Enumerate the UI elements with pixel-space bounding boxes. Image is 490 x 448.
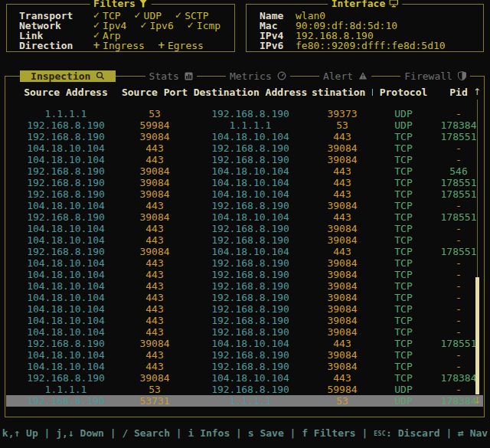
cell-pid: 546	[434, 165, 483, 177]
filter-option-ingress[interactable]: +Ingress	[93, 41, 145, 51]
column-header-source-address: Source Address	[11, 87, 120, 98]
cell-destination-address: 192.168.8.190	[189, 154, 312, 165]
cell-protocol: TCP	[373, 292, 434, 303]
cell-destination-address: 192.168.8.190	[189, 292, 312, 303]
table-row[interactable]: 192.168.8.19039084104.18.10.104443TCP178…	[6, 131, 483, 142]
cell-protocol: TCP	[373, 234, 434, 246]
cell-source-address: 192.168.8.190	[11, 246, 120, 257]
table-row[interactable]: 104.18.10.104443192.168.8.19039084TCP-	[6, 326, 483, 338]
table-row[interactable]: 104.18.10.104443192.168.8.19039084TCP-	[6, 349, 483, 361]
shortcut-key: ESC	[374, 430, 386, 437]
table-row[interactable]: 192.168.8.19039084104.18.10.104443TCP178…	[6, 372, 483, 384]
cell-destination-port: 443	[312, 372, 373, 384]
cell-destination-address: 192.168.8.190	[189, 142, 312, 154]
cell-pid: 178551	[434, 188, 483, 200]
cell-source-address: 192.168.8.190	[11, 188, 120, 200]
table-row[interactable]: 1.1.1.153192.168.8.19039373UDP-	[6, 108, 483, 119]
cell-source-address: 104.18.10.104	[11, 257, 120, 269]
tab-alert[interactable]: Alert	[319, 70, 371, 82]
table-row[interactable]: 192.168.8.19039084104.18.10.104443TCP178…	[6, 177, 483, 188]
table-row[interactable]: 1.1.1.153192.168.8.19059984UDP-	[6, 384, 483, 395]
cell-pid: 178384	[434, 119, 483, 131]
scrollbar-thumb[interactable]	[475, 277, 479, 394]
column-header-protocol: Protocol	[373, 87, 434, 98]
scrollbar-track[interactable]	[477, 100, 478, 277]
shortcut-action: Down	[74, 427, 104, 439]
cell-destination-address: 104.18.10.104	[189, 165, 312, 177]
table-row[interactable]: 104.18.10.104443192.168.8.19039084TCP-	[6, 200, 483, 211]
table-row[interactable]: 192.168.8.19039084104.18.10.104443TCP178…	[6, 188, 483, 200]
table-row[interactable]: 104.18.10.104443192.168.8.19039084TCP-	[6, 223, 483, 234]
shortcut-key: ⇄	[458, 427, 464, 439]
cell-destination-address: 104.18.10.104	[189, 188, 312, 200]
cell-destination-port: 443	[312, 338, 373, 349]
plus-icon: +	[158, 41, 165, 51]
cell-destination-port: 443	[312, 188, 373, 200]
table-row[interactable]: 104.18.10.104443192.168.8.19039084TCP-	[6, 315, 483, 326]
filters-title-text: Filters	[93, 0, 136, 9]
shortcut-separator: |	[104, 427, 122, 439]
tab-metrics[interactable]: Metrics	[226, 70, 290, 82]
cell-destination-address: 192.168.8.190	[189, 200, 312, 211]
cell-destination-address: 192.168.8.190	[189, 280, 312, 292]
table-row[interactable]: 104.18.10.104443192.168.8.19039084TCP-	[6, 142, 483, 154]
filter-option-icmp[interactable]: ✓Icmp	[187, 21, 220, 31]
tab-label: Firewall	[404, 70, 452, 82]
table-row[interactable]: 104.18.10.104443192.168.8.19039084TCP-	[6, 361, 483, 372]
cell-protocol: TCP	[373, 223, 434, 234]
table-row[interactable]: 104.18.10.104443192.168.8.19039084TCP-	[6, 257, 483, 269]
scroll-down-icon[interactable]: ↓	[472, 395, 482, 406]
table-row[interactable]: 104.18.10.104443192.168.8.19039084TCP-	[6, 303, 483, 315]
cell-source-port: 39084	[120, 165, 189, 177]
cell-source-port: 443	[120, 315, 189, 326]
cell-destination-address: 192.168.8.190	[189, 361, 312, 372]
tab-inspection[interactable]: Inspection	[20, 70, 116, 82]
tab-label: Alert	[323, 70, 353, 82]
column-header-source-port: Source Port	[120, 87, 189, 98]
tab-stats[interactable]: Stats	[145, 70, 197, 82]
interface-panel: Interface Namewlan0Mac90:09:df:8d:5d:10I…	[246, 4, 484, 52]
scroll-up-icon[interactable]: ↑	[472, 87, 482, 97]
cell-source-address: 1.1.1.1	[11, 108, 120, 119]
cell-source-port: 53731	[120, 395, 189, 407]
alert-icon	[358, 71, 368, 80]
cell-protocol: TCP	[373, 165, 434, 177]
cell-protocol: TCP	[373, 338, 434, 349]
cell-source-port: 443	[120, 257, 189, 269]
cell-destination-port: 443	[312, 177, 373, 188]
cell-protocol: TCP	[373, 142, 434, 154]
tab-firewall[interactable]: Firewall	[400, 70, 470, 82]
shortcut-discard: ESC: Discard	[374, 427, 439, 439]
checkmark-icon: ✓	[175, 11, 182, 21]
table-row[interactable]: 192.168.8.190599841.1.1.153UDP178384	[6, 119, 483, 131]
cell-destination-port: 39084	[312, 326, 373, 338]
cell-pid: -	[434, 154, 483, 165]
filter-option-ipv6[interactable]: ✓Ipv6	[139, 21, 173, 31]
cell-source-port: 443	[120, 142, 189, 154]
filter-option-egress[interactable]: +Egress	[158, 41, 204, 51]
table-row[interactable]: 104.18.10.104443192.168.8.19039084TCP-	[6, 234, 483, 246]
cell-destination-address: 192.168.8.190	[189, 384, 312, 395]
cell-source-address: 104.18.10.104	[11, 326, 120, 338]
table-row[interactable]: 192.168.8.19039084104.18.10.104443TCP178…	[6, 246, 483, 257]
shortcut-separator: |	[356, 427, 374, 439]
table-row[interactable]: 104.18.10.104443192.168.8.19039084TCP-	[6, 280, 483, 292]
shortcut-nav: ⇄ Nav	[458, 427, 488, 439]
table-row[interactable]: 192.168.8.19039084104.18.10.104443TCP546	[6, 165, 483, 177]
table-row[interactable]: 104.18.10.104443192.168.8.19039084TCP-	[6, 269, 483, 280]
table-row[interactable]: 192.168.8.19039084104.18.10.104443TCP178…	[6, 338, 483, 349]
cell-destination-port: 39084	[312, 315, 373, 326]
table-row-selected[interactable]: 192.168.8.190537311.1.1.153UDP178384	[6, 395, 483, 407]
cell-destination-port: 39084	[312, 280, 373, 292]
cell-protocol: TCP	[373, 154, 434, 165]
cell-destination-port: 59984	[312, 384, 373, 395]
cell-source-address: 104.18.10.104	[11, 292, 120, 303]
cell-destination-address: 192.168.8.190	[189, 315, 312, 326]
shortcut-action: : Discard	[386, 427, 439, 439]
shortcut-infos: i Infos	[188, 427, 230, 439]
table-row[interactable]: 104.18.10.104443192.168.8.19039084TCP-	[6, 292, 483, 303]
table-row[interactable]: 104.18.10.104443192.168.8.19039084TCP-	[6, 154, 483, 165]
shortcut-separator: |	[440, 427, 458, 439]
cell-source-address: 104.18.10.104	[11, 280, 120, 292]
table-row[interactable]: 192.168.8.19039084104.18.10.104443TCP178…	[6, 211, 483, 223]
